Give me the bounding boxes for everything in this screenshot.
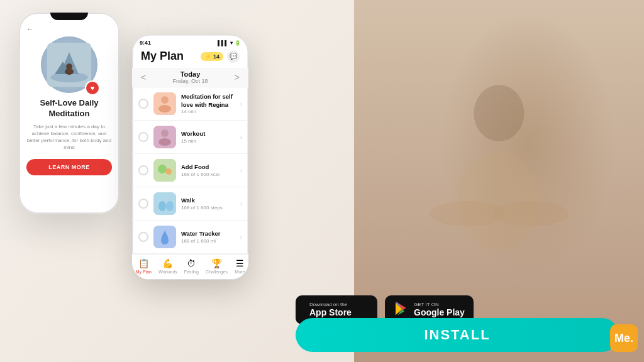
next-date-button[interactable]: > [235,72,240,82]
install-button[interactable]: INSTALL [296,318,619,352]
activity-info: Walk 168 of 1 600 steps [181,197,235,210]
activity-thumb [153,159,176,182]
nav-item-more[interactable]: ☰ More [235,258,245,274]
list-item[interactable]: Water Tracker 168 of 1 600 ml › [132,221,248,254]
more-label: More [235,270,245,274]
activity-info: Meditation for self love with Regina 14 … [181,93,235,114]
activity-list: Meditation for self love with Regina 14 … [132,87,248,254]
app-header: My Plan ⚡ 14 💬 [132,48,248,68]
activity-thumb [153,192,176,215]
google-play-label-top: GET IT ON [414,302,465,307]
activity-check[interactable] [138,165,148,175]
activity-arrow-icon: › [240,167,242,174]
phone-small: 9:41 ▌▌▌ ▾ 🔋 My Plan ⚡ 14 💬 < Today Frid… [132,35,248,280]
app-store-label-top: Download on the [309,302,352,307]
nav-item-challenges[interactable]: 🏆 Challenges [206,258,228,274]
activity-check[interactable] [138,232,148,242]
activity-sub: 168 of 1 600 kcal [181,172,235,177]
prev-date-button[interactable]: < [141,72,146,82]
activity-sub: 15 min [181,138,235,144]
challenges-label: Challenges [206,270,228,274]
learn-more-button[interactable]: LEARN MORE [26,159,112,175]
activity-name: Walk [181,197,235,204]
activity-info: Water Tracker 168 of 1 600 ml [181,230,235,243]
meditation-desc: Take just a few minutes a day to achieve… [26,123,112,151]
activity-thumb [153,92,176,115]
date-today: Today [173,70,208,78]
phone-notch [50,13,88,20]
svg-point-14 [158,138,171,146]
activity-thumb [153,226,176,248]
plan-title: My Plan [141,50,184,63]
date-full: Friday, Oct 18 [173,78,208,84]
more-icon: ☰ [236,258,244,268]
date-nav: < Today Friday, Oct 18 > [132,68,248,87]
activity-check[interactable] [138,99,148,109]
phone-large: ← ♥ Self-Love Daily Meditation Take just… [19,13,119,214]
header-icons: ⚡ 14 💬 [201,50,240,63]
status-icons: ▌▌▌ ▾ 🔋 [218,40,241,46]
myplan-icon: 📋 [138,258,149,268]
activity-name: Meditation for self love with Regina [181,93,235,109]
activity-arrow-icon: › [240,200,242,207]
svg-point-11 [158,105,171,112]
list-item[interactable]: Walk 168 of 1 600 steps › [132,187,248,221]
svg-point-16 [158,165,167,173]
activity-check[interactable] [138,199,148,209]
nav-item-fasting[interactable]: ⏱ Fasting [184,258,199,274]
meditation-title: Self-Love Daily Meditation [26,98,112,119]
nav-item-myplan[interactable]: 📋 My Plan [136,258,152,274]
me-logo: Me. [610,324,638,352]
nav-item-workouts[interactable]: 💪 Workouts [158,258,177,274]
svg-point-10 [161,96,169,104]
activity-info: Workout 15 min [181,130,235,143]
activity-sub: 168 of 1 600 steps [181,205,235,211]
date-display: Today Friday, Oct 18 [173,70,208,84]
list-item[interactable]: Workout 15 min › [132,121,248,154]
app-store-label-bottom: App Store [309,307,352,318]
chat-icon[interactable]: 💬 [227,50,240,63]
activity-arrow-icon: › [240,134,242,141]
status-time: 9:41 [140,40,151,46]
myplan-label: My Plan [136,270,152,274]
fasting-icon: ⏱ [187,258,196,268]
workouts-label: Workouts [158,270,177,274]
heart-badge: ♥ [85,80,100,96]
play-icon [394,300,409,319]
svg-point-2 [493,201,569,226]
bottom-nav: 📋 My Plan 💪 Workouts ⏱ Fasting 🏆 Challen… [132,254,248,279]
svg-point-19 [158,201,166,211]
back-button[interactable]: ← [26,25,112,33]
challenges-icon: 🏆 [211,258,222,268]
activity-sub: 14 min [181,109,235,114]
svg-point-20 [166,201,174,211]
lightning-badge[interactable]: ⚡ 14 [201,52,223,61]
list-item[interactable]: Meditation for self love with Regina 14 … [132,87,248,121]
svg-point-17 [165,168,172,175]
activity-check[interactable] [138,132,148,142]
activity-sub: 168 of 1 600 ml [181,238,235,244]
status-bar: 9:41 ▌▌▌ ▾ 🔋 [132,35,248,48]
google-play-label-bottom: Google Play [414,307,465,318]
workouts-icon: 💪 [162,258,173,268]
activity-thumb [153,126,176,148]
svg-point-13 [161,129,169,137]
activity-arrow-icon: › [240,234,242,241]
activity-info: Add Food 168 of 1 600 kcal [181,163,235,177]
activity-arrow-icon: › [240,101,242,107]
meditation-image: ♥ [41,36,97,93]
svg-point-8 [65,69,74,75]
fasting-label: Fasting [184,270,199,274]
activity-name: Add Food [181,163,235,171]
svg-point-0 [474,85,525,141]
activity-name: Water Tracker [181,230,235,238]
activity-name: Workout [181,130,235,138]
list-item[interactable]: Add Food 168 of 1 600 kcal › [132,154,248,187]
